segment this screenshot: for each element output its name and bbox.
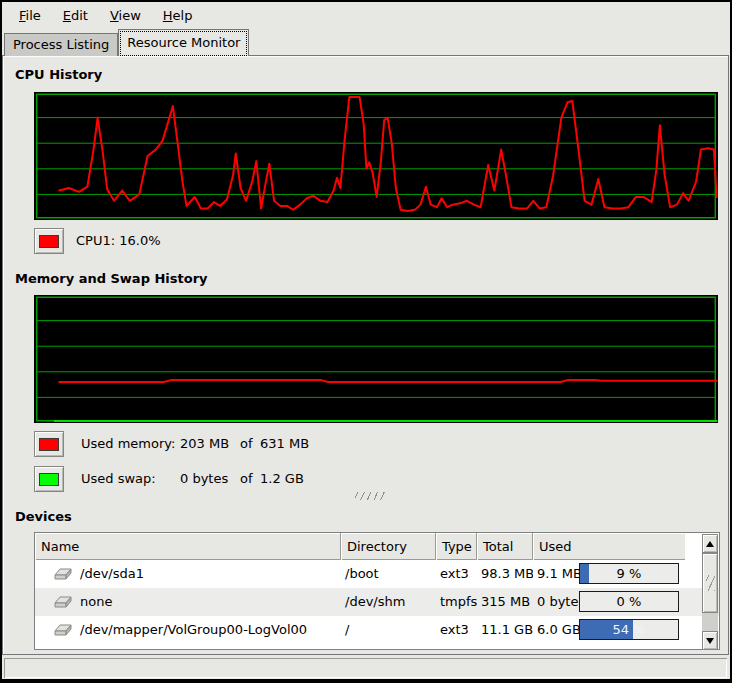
tab-process-listing[interactable]: Process Listing — [4, 33, 118, 56]
device-name: /dev/mapper/VolGroup00-LogVol00 — [80, 616, 307, 644]
device-total: 98.3 MB — [477, 560, 533, 588]
device-used: 9.1 MB — [537, 566, 582, 581]
status-bar — [4, 658, 727, 678]
device-type: ext3 — [436, 616, 477, 644]
used-swap-value: 0 bytes — [180, 466, 240, 492]
table-row[interactable]: none /dev/shm tmpfs 315 MB 0 bytes 0 % — [35, 588, 719, 616]
table-row[interactable]: /dev/mapper/VolGroup00-LogVol00 / ext3 1… — [35, 616, 719, 644]
thumb-grip-icon — [706, 575, 715, 591]
memory-swap-graph — [34, 295, 718, 423]
device-directory: / — [341, 616, 436, 644]
column-header-directory[interactable]: Directory — [341, 533, 436, 560]
used-memory-of: of — [240, 431, 260, 457]
used-progressbar: 9 % — [579, 563, 679, 584]
system-monitor-window: File Edit View Help Process Listing Reso… — [2, 2, 730, 679]
device-directory: /boot — [341, 560, 436, 588]
scroll-up-button[interactable] — [702, 534, 718, 553]
memory-swap-title: Memory and Swap History — [15, 271, 208, 286]
cpu1-legend-label: CPU1: 16.0% — [76, 228, 161, 254]
menu-edit[interactable]: Edit — [52, 5, 99, 26]
device-type: ext3 — [436, 560, 477, 588]
menubar: File Edit View Help — [2, 2, 730, 28]
notebook-tabs: Process Listing Resource Monitor — [2, 28, 249, 56]
vertical-scrollbar[interactable] — [702, 534, 718, 650]
used-swap-label: Used swap: — [81, 466, 180, 492]
cpu1-color-button[interactable] — [34, 228, 64, 254]
cpu-history-title: CPU History — [15, 67, 102, 82]
used-progressbar: 0 % — [579, 591, 679, 612]
resource-monitor-page: CPU History CPU1: 16.0% Memory and Swap … — [2, 55, 729, 655]
disk-icon — [52, 595, 73, 609]
menu-file[interactable]: File — [8, 5, 52, 26]
devices-title: Devices — [15, 509, 72, 524]
scroll-down-button[interactable] — [702, 631, 718, 650]
used-swap-of: of — [240, 466, 260, 492]
cpu1-color-swatch — [39, 235, 59, 248]
window-frame: File Edit View Help Process Listing Reso… — [0, 0, 732, 683]
disk-icon — [52, 623, 73, 637]
used-memory-legend: Used memory: 203 MB of 631 MB — [81, 431, 309, 457]
devices-table: Name Directory Type Total Used /dev/sda1 — [34, 532, 720, 650]
device-used-cell: 9.1 MB 9 % — [533, 560, 685, 588]
used-progress-label: 0 % — [580, 592, 678, 611]
column-header-type[interactable]: Type — [436, 533, 477, 560]
table-row[interactable]: /dev/sda1 /boot ext3 98.3 MB 9.1 MB 9 % — [35, 560, 719, 588]
menu-view[interactable]: View — [99, 5, 152, 26]
used-memory-color-swatch — [39, 438, 59, 451]
pane-resize-grip[interactable] — [355, 492, 385, 500]
device-type: tmpfs — [436, 588, 477, 616]
scrollbar-thumb[interactable] — [702, 553, 718, 613]
menu-help[interactable]: Help — [152, 5, 204, 26]
column-header-used[interactable]: Used — [533, 533, 685, 560]
used-memory-label: Used memory: — [81, 431, 180, 457]
used-memory-value: 203 MB — [180, 431, 240, 457]
device-used-cell: 0 bytes 0 % — [533, 588, 685, 616]
column-header-name[interactable]: Name — [35, 533, 341, 560]
device-name: none — [80, 588, 112, 616]
used-memory-total: 631 MB — [260, 431, 309, 457]
arrow-up-icon — [706, 541, 714, 547]
used-progressbar: 54 % — [579, 619, 679, 640]
device-total: 315 MB — [477, 588, 533, 616]
used-swap-legend: Used swap: 0 bytes of 1.2 GB — [81, 466, 304, 492]
used-progress-label: 54 % — [580, 620, 678, 639]
used-progress-label: 9 % — [580, 564, 678, 583]
device-directory: /dev/shm — [341, 588, 436, 616]
used-swap-color-swatch — [39, 473, 59, 486]
device-total: 11.1 GB — [477, 616, 533, 644]
device-used: 0 bytes — [537, 594, 585, 609]
arrow-down-icon — [706, 638, 714, 644]
device-used-cell: 6.0 GB 54 % — [533, 616, 685, 644]
used-swap-total: 1.2 GB — [260, 466, 304, 492]
device-used: 6.0 GB — [537, 622, 581, 637]
device-name: /dev/sda1 — [80, 560, 144, 588]
column-header-total[interactable]: Total — [477, 533, 533, 560]
tab-resource-monitor-label: Resource Monitor — [127, 35, 240, 50]
used-swap-color-button[interactable] — [34, 466, 64, 492]
used-memory-color-button[interactable] — [34, 431, 64, 457]
cpu-history-graph — [34, 92, 718, 220]
tab-resource-monitor[interactable]: Resource Monitor — [118, 29, 249, 56]
devices-table-header: Name Directory Type Total Used — [35, 533, 719, 560]
disk-icon — [52, 567, 73, 581]
